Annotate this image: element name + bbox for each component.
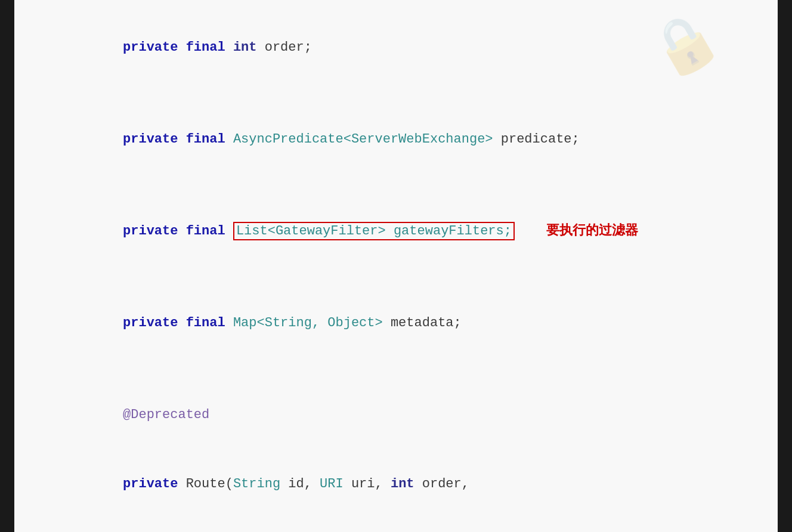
- empty-line-3: [44, 0, 748, 14]
- param-type-uri-9: URI: [320, 477, 344, 491]
- comment-gateway-filters: 要执行的过滤器: [546, 224, 638, 239]
- code-container: 🔒 🔒 🔒 public class Route implements Orde…: [14, 0, 778, 532]
- annotation-deprecated: @Deprecated: [123, 407, 209, 422]
- route-constructor-start: Route(: [178, 477, 233, 491]
- code-line-6: private final List<GatewayFilter> gatewa…: [44, 197, 748, 267]
- empty-line-6: [44, 266, 748, 289]
- indent-8: [91, 407, 123, 422]
- keyword-private-9: private: [123, 477, 178, 491]
- field-metadata: metadata;: [383, 316, 462, 330]
- type-map: Map<String, Object>: [233, 316, 383, 330]
- indent-9: [91, 477, 123, 491]
- spacer-6: [515, 224, 546, 239]
- keyword-private-final-5: private final: [123, 224, 233, 239]
- indent-6: [91, 224, 123, 239]
- field-gatewayfilters-boxed: List<GatewayFilter> gatewayFilters;: [233, 222, 515, 240]
- param-id-9: id,: [280, 477, 320, 491]
- field-order: order;: [256, 40, 311, 55]
- code-line-9: private Route(String id, URI uri, int or…: [44, 450, 748, 519]
- empty-line-5: [44, 174, 748, 197]
- param-order-9: order,: [414, 477, 469, 491]
- param-type-string-9: String: [233, 477, 280, 491]
- indent-7: [91, 316, 123, 330]
- code-line-8: @Deprecated: [44, 381, 748, 450]
- code-line-4: private final int order;: [44, 14, 748, 83]
- field-predicate: predicate;: [493, 132, 580, 147]
- keyword-private-final-3: private final: [123, 40, 233, 55]
- code-block: public class Route implements Ordered { …: [44, 0, 748, 532]
- code-line-10: AsyncPredicate<ServerWebExchange> predic…: [44, 519, 748, 533]
- code-line-7: private final Map<String, Object> metada…: [44, 289, 748, 358]
- empty-line-7: [44, 358, 748, 381]
- empty-line-4: [44, 82, 748, 106]
- code-line-5: private final AsyncPredicate<ServerWebEx…: [44, 106, 748, 175]
- indent-5: [91, 132, 123, 147]
- param-type-int-9: int: [391, 477, 414, 491]
- keyword-private-final-6: private final: [123, 316, 233, 330]
- param-uri-9: uri,: [344, 477, 391, 491]
- indent-4: [91, 40, 123, 55]
- type-int: int: [233, 40, 257, 55]
- type-asyncpredicate: AsyncPredicate<ServerWebExchange>: [233, 132, 493, 147]
- keyword-private-final-4: private final: [123, 132, 233, 147]
